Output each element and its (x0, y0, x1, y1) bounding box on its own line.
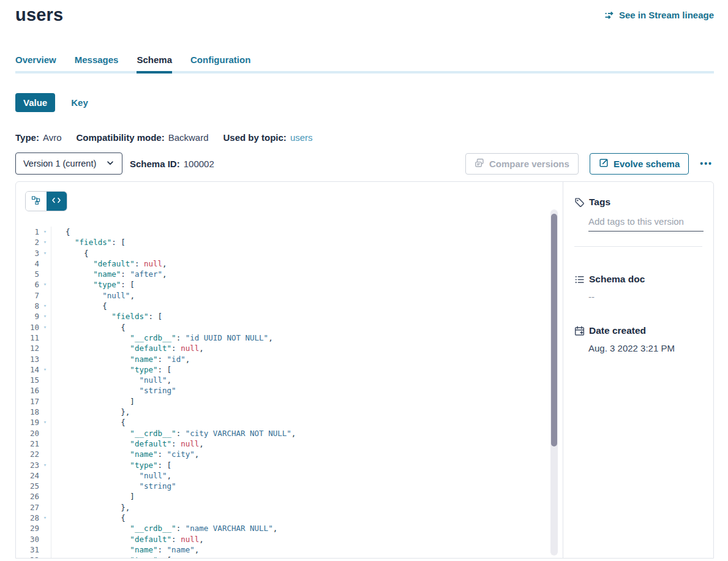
fold-spacer (39, 449, 51, 459)
fold-spacer (39, 544, 51, 555)
code-line: 2▾ "fields": [ (16, 237, 563, 247)
code-line: 13 "name": "id", (16, 354, 563, 364)
code-text: "type": [ (51, 279, 563, 290)
tab-configuration[interactable]: Configuration (190, 55, 250, 71)
fold-spacer (39, 258, 51, 269)
line-number: 7 (16, 290, 39, 301)
fold-toggle-icon[interactable]: ▾ (39, 513, 51, 523)
evolve-schema-label: Evolve schema (614, 159, 680, 169)
topic-label: Used by topic: (223, 132, 287, 143)
code-line: 24 "null", (16, 470, 563, 481)
fold-toggle-icon[interactable]: ▾ (39, 555, 51, 558)
tab-messages[interactable]: Messages (75, 55, 119, 71)
fold-spacer (39, 354, 51, 364)
line-number: 26 (16, 491, 39, 502)
code-line: 17 ] (16, 396, 563, 407)
meta-compat: Compatibility mode: Backward (76, 132, 208, 143)
code-text: "__crdb__": "name VARCHAR NULL", (51, 523, 563, 533)
line-number: 6 (16, 279, 39, 290)
compare-versions-label: Compare versions (489, 159, 569, 169)
fold-toggle-icon[interactable]: ▾ (39, 311, 51, 322)
fold-toggle-icon[interactable]: ▾ (39, 227, 51, 237)
evolve-schema-button[interactable]: Evolve schema (590, 153, 689, 175)
tab-bar: OverviewMessagesSchemaConfiguration (15, 55, 714, 71)
date-created-heading: Date created (589, 325, 646, 336)
tab-underline-track (15, 71, 714, 73)
date-created-heading-row: Date created (574, 325, 707, 336)
code-text: { (51, 513, 563, 523)
schema-doc-section: Schema doc -- (574, 274, 707, 302)
line-number: 21 (16, 439, 39, 449)
line-number: 20 (16, 428, 39, 439)
value-schema-button[interactable]: Value (15, 93, 55, 112)
code-text: "default": null, (51, 534, 563, 544)
code-line: 18 }, (16, 407, 563, 417)
fold-toggle-icon[interactable]: ▾ (39, 460, 51, 470)
meta-type: Type: Avro (15, 132, 61, 143)
code-line: 12 "default": null, (16, 343, 563, 353)
tree-view-button[interactable] (26, 192, 47, 211)
schema-page: users See in Stream lineage OverviewMess… (0, 0, 728, 561)
code-text: "default": null, (51, 439, 563, 449)
code-line: 32▾ "type": [ (16, 555, 563, 558)
key-schema-button[interactable]: Key (71, 93, 88, 112)
version-select[interactable]: Version 1 (current) (15, 152, 122, 175)
code-text: { (51, 322, 563, 333)
code-line: 27 }, (16, 502, 563, 513)
code-line: 9▾ "fields": [ (16, 311, 563, 322)
code-line: 20 "__crdb__": "city VARCHAR NOT NULL", (16, 428, 563, 439)
line-number: 10 (16, 322, 39, 333)
fold-toggle-icon[interactable]: ▾ (39, 322, 51, 333)
code-text: "type": [ (51, 364, 563, 375)
code-line: 11 "__crdb__": "id UUID NOT NULL", (16, 333, 563, 343)
code-line: 29 "__crdb__": "name VARCHAR NULL", (16, 523, 563, 533)
line-number: 17 (16, 396, 39, 407)
list-icon (574, 274, 585, 285)
line-number: 29 (16, 523, 39, 533)
more-actions-button[interactable]: ••• (699, 156, 714, 171)
calendar-plus-icon (574, 326, 585, 336)
code-line: 5 "name": "after", (16, 269, 563, 279)
code-scrollbar-track[interactable] (550, 209, 558, 555)
fold-spacer (39, 534, 51, 544)
fold-toggle-icon[interactable]: ▾ (39, 364, 51, 375)
fold-toggle-icon[interactable]: ▾ (39, 417, 51, 427)
code-text: "string" (51, 481, 563, 491)
see-in-stream-lineage-link[interactable]: See in Stream lineage (604, 10, 714, 20)
sidebar-divider (574, 246, 702, 247)
compare-versions-button[interactable]: Compare versions (465, 153, 579, 175)
line-number: 13 (16, 354, 39, 364)
fold-spacer (39, 470, 51, 481)
fold-toggle-icon[interactable]: ▾ (39, 248, 51, 258)
schema-meta-row: Type: Avro Compatibility mode: Backward … (15, 132, 714, 143)
meta-topic: Used by topic: users (223, 132, 313, 143)
code-line: 26 ] (16, 491, 563, 502)
version-select-value: Version 1 (current) (23, 159, 96, 168)
schema-controls-row: Version 1 (current) Schema ID: 100002 Co… (15, 152, 714, 175)
tab-bar-wrap: OverviewMessagesSchemaConfiguration (15, 55, 714, 71)
page-header: users See in Stream lineage (15, 0, 714, 25)
add-tags-input[interactable] (588, 216, 704, 232)
edit-box-icon (599, 158, 609, 170)
code-line: 25 "string" (16, 481, 563, 491)
fold-toggle-icon[interactable]: ▾ (39, 301, 51, 311)
schema-panel: 1▾{2▾ "fields": [3▾ {4 "default": null,5… (15, 181, 714, 559)
fold-toggle-icon[interactable]: ▾ (39, 237, 51, 247)
code-text: "type": [ (51, 555, 563, 558)
schema-code-area: 1▾{2▾ "fields": [3▾ {4 "default": null,5… (16, 182, 563, 558)
used-by-topic-link[interactable]: users (290, 132, 313, 143)
compat-label: Compatibility mode: (76, 132, 164, 143)
tab-schema[interactable]: Schema (137, 55, 172, 71)
code-scrollbar-thumb[interactable] (551, 214, 557, 446)
line-number: 11 (16, 333, 39, 343)
fold-toggle-icon[interactable]: ▾ (39, 279, 51, 290)
fold-spacer (39, 502, 51, 513)
code-text: "name": "after", (51, 269, 563, 279)
tab-overview[interactable]: Overview (15, 55, 56, 71)
code-text: "type": [ (51, 460, 563, 470)
line-number: 8 (16, 301, 39, 311)
fold-spacer (39, 333, 51, 343)
code-text: "__crdb__": "city VARCHAR NOT NULL", (51, 428, 563, 439)
page-title: users (15, 5, 63, 25)
code-view-button[interactable] (47, 192, 67, 211)
